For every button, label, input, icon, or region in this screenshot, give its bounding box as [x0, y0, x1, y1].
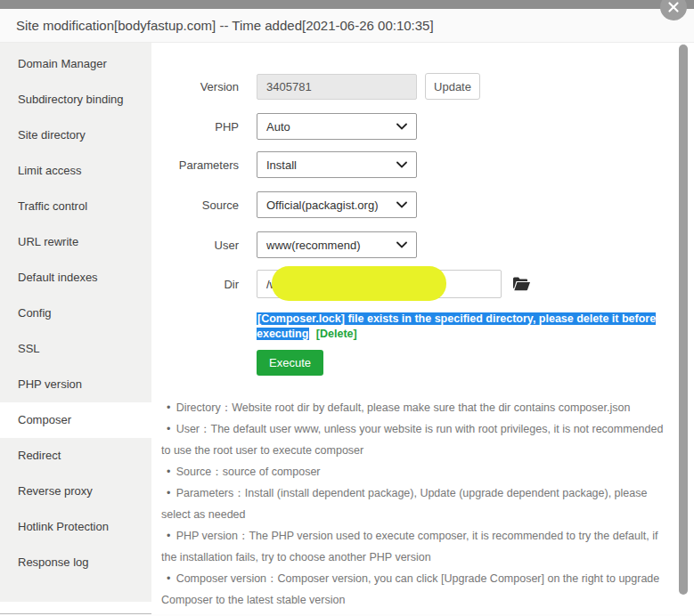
help-item-php-version: PHP version：The PHP version used to exec… [161, 525, 665, 568]
parameters-select[interactable]: Install [257, 151, 417, 178]
help-item-directory: Directory：Website root dir by default, p… [161, 397, 665, 418]
composer-panel: Version Update PHP Auto Parameters Insta… [151, 43, 694, 614]
version-row: Version Update [151, 73, 480, 100]
help-item-composer-version: Composer version：Composer version, you c… [161, 568, 665, 611]
php-select-value: Auto [266, 120, 391, 134]
sidebar-item-reverse-proxy[interactable]: Reverse proxy [0, 474, 151, 509]
sidebar-item-redirect[interactable]: Redirect [0, 438, 151, 474]
update-button[interactable]: Update [425, 73, 480, 100]
composer-lock-warning: [Composer.lock] file exists in the speci… [257, 312, 677, 341]
sidebar-item-response-log[interactable]: Response log [0, 545, 151, 580]
user-row: User www(recommend) [151, 231, 417, 258]
dialog-titlebar: Site modification[bodyfastup.com] -- Tim… [0, 9, 694, 43]
help-list: Directory：Website root dir by default, p… [161, 397, 665, 611]
chevron-down-icon [396, 123, 407, 130]
source-select[interactable]: Official(packagist.org) [257, 191, 417, 218]
help-item-source: Source：source of composer [161, 461, 665, 482]
sidebar-item-domain-manager[interactable]: Domain Manager [0, 46, 151, 82]
chevron-down-icon [396, 241, 407, 248]
scrollbar-thumb[interactable] [679, 45, 688, 595]
user-label: User [151, 239, 257, 252]
parameters-label: Parameters [151, 158, 257, 172]
site-modification-dialog: Site modification[bodyfastup.com] -- Tim… [0, 9, 694, 614]
sidebar-item-subdirectory-binding[interactable]: Subdirectory binding [0, 82, 151, 118]
delete-link[interactable]: [Delete] [316, 328, 357, 340]
page-top-strip [0, 0, 694, 9]
sidebar-item-ssl[interactable]: SSL [0, 331, 151, 367]
help-item-user: User：The default user www, unless your w… [161, 418, 665, 461]
php-label: PHP [151, 120, 257, 134]
folder-open-icon[interactable] [512, 277, 531, 291]
php-select[interactable]: Auto [257, 113, 417, 140]
dialog-title: Site modification[bodyfastup.com] -- Tim… [0, 9, 694, 43]
parameters-select-value: Install [266, 158, 391, 172]
close-icon [667, 1, 680, 13]
user-select[interactable]: www(recommend) [257, 231, 417, 258]
source-label: Source [151, 199, 257, 212]
help-item-parameters: Parameters：Install (install dependent pa… [161, 482, 665, 525]
sidebar-item-traffic-control[interactable]: Traffic control [0, 189, 151, 224]
sidebar-item-config[interactable]: Config [0, 296, 151, 331]
chevron-down-icon [396, 161, 407, 168]
sidebar-item-limit-access[interactable]: Limit access [0, 153, 151, 189]
sidebar: Domain Manager Subdirectory binding Site… [0, 43, 151, 602]
version-label: Version [151, 80, 257, 93]
chevron-down-icon [396, 201, 407, 208]
sidebar-item-composer[interactable]: Composer [0, 402, 151, 438]
version-input[interactable] [257, 74, 417, 100]
dir-row: Dir [151, 270, 531, 298]
parameters-row: Parameters Install [151, 151, 417, 178]
sidebar-item-site-directory[interactable]: Site directory [0, 118, 151, 153]
user-select-value: www(recommend) [266, 239, 391, 252]
sidebar-item-php-version[interactable]: PHP version [0, 367, 151, 402]
execute-button[interactable]: Execute [257, 350, 323, 376]
sidebar-item-url-rewrite[interactable]: URL rewrite [0, 224, 151, 260]
source-select-value: Official(packagist.org) [266, 199, 391, 212]
php-row: PHP Auto [151, 113, 417, 140]
redaction-highlight [272, 266, 446, 301]
dir-label: Dir [151, 278, 257, 291]
source-row: Source Official(packagist.org) [151, 191, 417, 218]
dir-input-wrap [257, 270, 531, 298]
sidebar-item-default-indexes[interactable]: Default indexes [0, 260, 151, 296]
sidebar-item-hotlink-protection[interactable]: Hotlink Protection [0, 509, 151, 545]
